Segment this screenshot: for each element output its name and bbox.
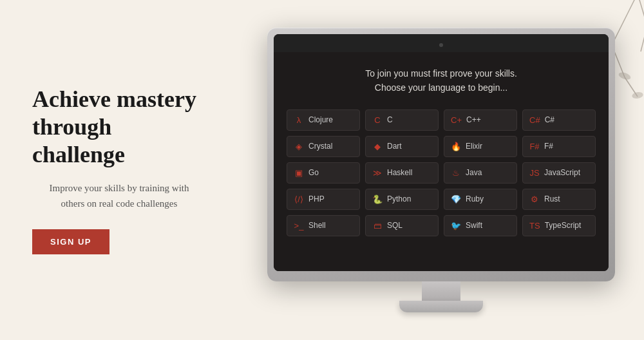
lang-btn-dart[interactable]: ◆Dart <box>365 136 439 157</box>
lang-btn-java[interactable]: ♨Java <box>444 162 517 184</box>
elixir-icon: 🔥 <box>451 142 461 151</box>
svg-line-6 <box>641 26 644 52</box>
lang-label-crystal: Crystal <box>308 142 332 151</box>
lang-label-clojure: Clojure <box>308 115 333 124</box>
lang-btn-c[interactable]: CC <box>365 109 439 131</box>
screen-prompt-line2: Choose your language to begin... <box>287 80 596 95</box>
clojure-icon: λ <box>294 115 304 125</box>
lang-label-ruby: Ruby <box>466 194 484 203</box>
haskell-icon: ≫ <box>372 168 383 178</box>
lang-label-java: Java <box>466 168 482 177</box>
subtitle: Improve your skills by training with oth… <box>32 180 206 211</box>
swift-icon: 🐦 <box>451 221 461 231</box>
fsharp-icon: F# <box>529 142 540 151</box>
lang-label-haskell: Haskell <box>387 168 412 177</box>
crystal-icon: ◈ <box>294 142 304 151</box>
lang-label-shell: Shell <box>308 221 326 230</box>
svg-point-10 <box>632 92 643 99</box>
lang-label-swift: Swift <box>466 221 482 230</box>
lang-btn-php[interactable]: ⟨/⟩PHP <box>287 189 360 210</box>
monitor-camera <box>274 34 609 52</box>
camera-dot <box>439 43 443 47</box>
lang-btn-sql[interactable]: 🗃SQL <box>365 215 439 236</box>
lang-label-javascript: JavaScript <box>544 168 580 177</box>
monitor-neck <box>422 281 460 301</box>
c-icon: C <box>372 115 383 125</box>
php-icon: ⟨/⟩ <box>294 194 304 204</box>
lang-btn-typescript[interactable]: TSTypeScript <box>522 215 596 236</box>
java-icon: ♨ <box>451 168 461 178</box>
lang-label-elixir: Elixir <box>466 142 482 151</box>
lang-label-php: PHP <box>308 194 325 203</box>
monitor-base <box>399 301 483 312</box>
lang-label-python: Python <box>387 194 411 203</box>
svg-point-9 <box>618 71 631 80</box>
lang-btn-clojure[interactable]: λClojure <box>287 109 360 131</box>
screen-prompt-line1: To join you must first prove your skills… <box>287 66 596 80</box>
dart-icon: ◆ <box>372 142 383 151</box>
right-panel: To join you must first prove your skills… <box>238 0 644 340</box>
lang-label-fsharp: F# <box>544 142 553 151</box>
monitor-bezel: To join you must first prove your skills… <box>274 34 609 271</box>
lang-btn-fsharp[interactable]: F#F# <box>522 136 596 157</box>
monitor-screen: To join you must first prove your skills… <box>274 52 609 271</box>
lang-btn-python[interactable]: 🐍Python <box>365 189 439 210</box>
lang-label-dart: Dart <box>387 142 402 151</box>
monitor-outer: To join you must first prove your skills… <box>267 28 615 281</box>
lang-btn-javascript[interactable]: JSJavaScript <box>522 162 596 184</box>
python-icon: 🐍 <box>372 194 383 204</box>
lang-btn-haskell[interactable]: ≫Haskell <box>365 162 439 184</box>
lang-label-c: C <box>387 115 393 124</box>
monitor: To join you must first prove your skills… <box>267 28 615 312</box>
lang-btn-elixir[interactable]: 🔥Elixir <box>444 136 517 157</box>
rust-icon: ⚙ <box>529 194 540 204</box>
lang-btn-shell[interactable]: >_Shell <box>287 215 360 236</box>
typescript-icon: TS <box>529 221 540 231</box>
cpp-icon: C+ <box>451 115 462 125</box>
lang-label-csharp: C# <box>545 115 554 124</box>
language-grid: λClojureCCC+C++C#C#◈Crystal◆Dart🔥ElixirF… <box>287 109 596 236</box>
go-icon: ▣ <box>294 168 304 178</box>
lang-btn-cpp[interactable]: C+C++ <box>444 109 517 131</box>
ruby-icon: 💎 <box>451 194 461 204</box>
screen-prompt: To join you must first prove your skills… <box>287 66 596 95</box>
lang-btn-crystal[interactable]: ◈Crystal <box>287 136 360 157</box>
sql-icon: 🗃 <box>372 221 383 231</box>
lang-label-typescript: TypeScript <box>545 221 582 230</box>
shell-icon: >_ <box>294 221 304 231</box>
lang-btn-ruby[interactable]: 💎Ruby <box>444 189 517 210</box>
lang-btn-swift[interactable]: 🐦Swift <box>444 215 517 236</box>
lang-label-go: Go <box>308 168 319 177</box>
lang-btn-go[interactable]: ▣Go <box>287 162 360 184</box>
lang-label-sql: SQL <box>387 221 402 230</box>
left-panel: Achieve mastery through challenge Improv… <box>0 0 238 340</box>
headline: Achieve mastery through challenge <box>32 86 206 169</box>
javascript-icon: JS <box>529 168 540 178</box>
csharp-icon: C# <box>529 115 540 125</box>
lang-btn-rust[interactable]: ⚙Rust <box>522 189 596 210</box>
lang-label-cpp: C++ <box>466 115 481 124</box>
svg-line-0 <box>612 0 638 45</box>
lang-label-rust: Rust <box>544 194 560 203</box>
signup-button[interactable]: SIGN UP <box>32 229 109 254</box>
lang-btn-csharp[interactable]: C#C# <box>522 109 596 131</box>
svg-line-5 <box>638 0 644 26</box>
